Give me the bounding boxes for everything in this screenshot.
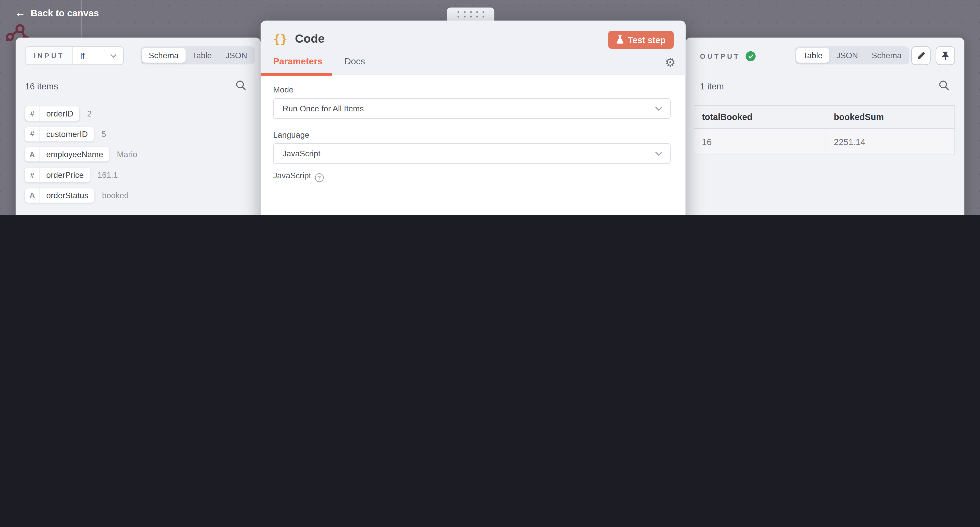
output-view-tabs: Table JSON Schema xyxy=(795,46,910,64)
field-value: booked xyxy=(102,190,129,200)
output-search-icon[interactable] xyxy=(939,80,950,91)
field-value: Mario xyxy=(117,150,137,159)
chevron-down-icon xyxy=(655,106,662,111)
code-node-icon: {} xyxy=(273,32,287,46)
cell-totalBooked: 16 xyxy=(694,129,826,154)
ndv-screen: KM ← Back to canvas I wish this node wou… xyxy=(0,0,980,216)
input-label-wrap: INPUT xyxy=(25,47,73,65)
field-value: 5 xyxy=(102,129,106,139)
output-label: OUTPUT xyxy=(700,53,740,60)
editor-section-label: JavaScript? xyxy=(273,171,324,182)
schema-field-row: # customerID 5 xyxy=(25,127,106,141)
test-step-button[interactable]: Test step xyxy=(608,31,674,49)
schema-field-row: A orderStatus booked xyxy=(25,188,129,203)
field-name: orderStatus xyxy=(40,188,95,203)
help-icon[interactable]: ? xyxy=(315,173,324,182)
schema-field-row: # orderID 2 xyxy=(25,106,92,121)
success-check-icon xyxy=(746,51,756,61)
tab-table[interactable]: Table xyxy=(796,48,829,62)
schema-field-pill[interactable]: A orderStatus xyxy=(25,188,94,203)
output-table-header: totalBooked bookedSum xyxy=(694,106,955,129)
string-type-icon: A xyxy=(25,188,40,203)
field-name: customerID xyxy=(40,127,94,141)
chevron-down-icon xyxy=(110,53,117,58)
mode-select[interactable]: Run Once for All Items xyxy=(273,98,671,119)
pencil-icon xyxy=(916,51,925,60)
back-to-canvas-button[interactable]: ← Back to canvas xyxy=(15,7,99,18)
input-source-select[interactable]: If xyxy=(73,47,123,65)
language-select[interactable]: JavaScript xyxy=(273,143,671,164)
modal-drag-handle[interactable] xyxy=(447,7,494,21)
input-source-value: If xyxy=(80,51,84,61)
input-items-count: 16 items xyxy=(25,81,58,91)
string-type-icon: A xyxy=(25,147,40,161)
tab-docs[interactable]: Docs xyxy=(344,56,365,66)
schema-field-pill[interactable]: # orderID xyxy=(25,106,80,121)
schema-field-pill[interactable]: A employeeName xyxy=(25,147,110,161)
column-header: bookedSum xyxy=(826,106,955,128)
cell-bookedSum: 2251.14 xyxy=(826,129,955,154)
field-value: 2 xyxy=(87,109,92,118)
node-title: Code xyxy=(295,32,325,46)
number-type-icon: # xyxy=(25,106,40,121)
field-value: 161.1 xyxy=(97,170,118,180)
back-to-canvas-label: Back to canvas xyxy=(30,7,99,18)
editor-label-text: JavaScript xyxy=(273,171,311,180)
field-name: orderID xyxy=(40,106,80,121)
number-type-icon: # xyxy=(25,168,40,182)
output-table-row: 16 2251.14 xyxy=(694,129,955,154)
output-table: totalBooked bookedSum 16 2251.14 xyxy=(694,105,955,155)
input-label: INPUT xyxy=(34,52,64,59)
tab-table[interactable]: Table xyxy=(186,48,219,62)
tab-schema[interactable]: Schema xyxy=(865,48,908,62)
input-panel: INPUT If Schema Table JSON 16 items # or… xyxy=(16,38,261,216)
drag-dots-icon xyxy=(457,11,484,18)
mode-label: Mode xyxy=(273,85,293,94)
schema-field-pill[interactable]: # orderPrice xyxy=(25,168,90,182)
mode-value: Run Once for All Items xyxy=(283,104,364,113)
number-type-icon: # xyxy=(25,127,40,141)
test-step-label: Test step xyxy=(628,35,666,45)
edit-output-button[interactable] xyxy=(912,46,931,65)
tab-parameters[interactable]: Parameters xyxy=(273,56,322,66)
schema-field-row: A employeeName Mario xyxy=(25,147,137,161)
pin-data-button[interactable] xyxy=(935,46,955,65)
schema-field-pill[interactable]: # customerID xyxy=(25,127,94,141)
flask-icon xyxy=(616,35,624,45)
language-value: JavaScript xyxy=(283,149,321,158)
pin-icon xyxy=(941,51,950,61)
tab-schema[interactable]: Schema xyxy=(142,48,186,62)
output-items-count: 1 item xyxy=(700,81,724,91)
language-label: Language xyxy=(273,130,309,139)
field-name: orderPrice xyxy=(40,168,90,182)
output-panel: OUTPUT Table JSON Schema 1 item total xyxy=(686,38,964,216)
active-tab-underline xyxy=(261,73,332,76)
schema-field-row: # orderPrice 161.1 xyxy=(25,168,118,182)
canvas-grid-line xyxy=(81,0,82,38)
tab-json[interactable]: JSON xyxy=(829,48,865,62)
modal-header: {} Code Test step Parameters Docs ⚙ xyxy=(261,21,686,75)
chevron-down-icon xyxy=(655,151,662,156)
back-arrow-icon: ← xyxy=(15,7,26,18)
code-node-modal: {} Code Test step Parameters Docs ⚙ Mode… xyxy=(261,21,686,216)
field-name: employeeName xyxy=(40,147,110,161)
input-view-tabs: Schema Table JSON xyxy=(141,46,255,64)
input-source-combo: INPUT If xyxy=(25,46,124,65)
input-search-icon[interactable] xyxy=(235,80,246,91)
tab-json[interactable]: JSON xyxy=(219,48,254,62)
node-settings-gear-icon[interactable]: ⚙ xyxy=(665,56,676,68)
parameters-body: Mode Run Once for All Items Language Jav… xyxy=(261,76,686,215)
column-header: totalBooked xyxy=(694,106,826,128)
